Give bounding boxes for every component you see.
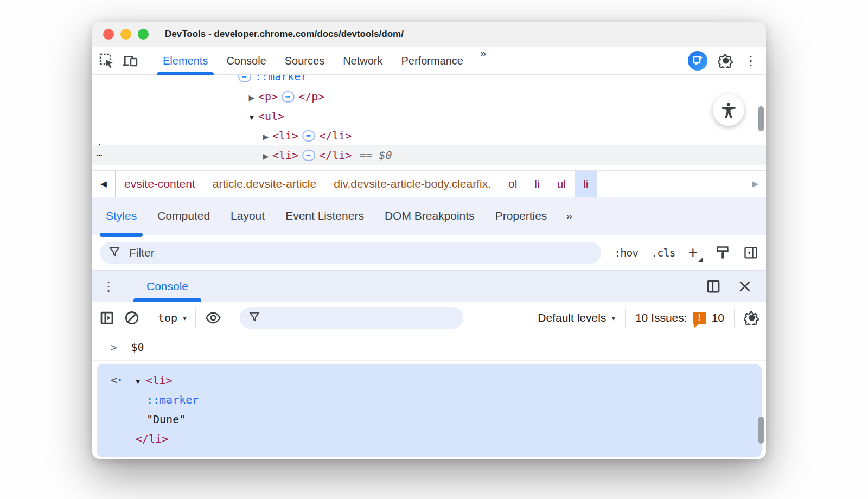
result-row-li-open[interactable]: <·▼<li>	[97, 370, 762, 390]
main-panel-tabs: Elements Console Sources Network Perform…	[154, 47, 493, 74]
clear-console-icon[interactable]	[124, 310, 140, 326]
toggle-element-state-button[interactable]: :hov	[614, 246, 638, 259]
result-row-text[interactable]: "Dune"	[97, 410, 762, 429]
drawer-tab-console[interactable]: Console	[133, 271, 201, 302]
rendering-brush-icon[interactable]	[715, 245, 730, 260]
tab-properties-label: Properties	[495, 209, 547, 222]
breadcrumb-forward-button[interactable]: ▶	[744, 171, 766, 197]
console-result-block[interactable]: <·▼<li> ::marker "Dune" </li>	[97, 364, 762, 457]
crumb-article[interactable]: article.devsite-article	[204, 171, 325, 197]
tree-row-li-1[interactable]: . ▶<li>⋯</li>	[92, 126, 766, 145]
pseudo-element-marker: ::marker	[146, 393, 199, 406]
expand-children-icon[interactable]: ⋯	[302, 150, 315, 161]
tab-network[interactable]: Network	[334, 47, 392, 74]
console-settings-gear-icon[interactable]	[744, 310, 760, 325]
tree-row-marker-clipped[interactable]: ⋯::marker	[92, 75, 766, 87]
settings-gear-icon[interactable]	[718, 53, 733, 68]
crumb-div-body[interactable]: div.devsite-article-body.clearfix.	[325, 171, 500, 197]
elements-scrollbar[interactable]	[758, 106, 764, 131]
filter-funnel-icon	[248, 311, 260, 325]
twisty-collapsed-icon[interactable]: ▶	[259, 127, 272, 146]
toolbar-divider	[625, 309, 626, 327]
new-style-rule-button[interactable]: +	[688, 245, 702, 261]
tab-styles[interactable]: Styles	[95, 197, 147, 235]
ai-assistant-icon[interactable]	[688, 51, 707, 71]
console-messages: > $0 <·▼<li> ::marker "Dune" </li>	[92, 334, 766, 459]
chevron-left-icon: ◀	[100, 179, 107, 189]
window-titlebar: DevTools - developer.chrome.com/docs/dev…	[92, 22, 766, 47]
twisty-expanded-icon[interactable]: ▼	[245, 107, 258, 127]
toggle-sidebar-icon[interactable]	[743, 245, 758, 260]
traffic-lights	[103, 29, 149, 40]
tree-row-p[interactable]: ▶<p>⋯</p>	[92, 87, 766, 106]
live-expression-eye-icon[interactable]	[205, 310, 222, 326]
device-toolbar-icon[interactable]	[122, 52, 140, 70]
styles-sidebar-tabs: Styles Computed Layout Event Listeners D…	[92, 197, 766, 235]
twisty-expanded-icon[interactable]: ▼	[134, 372, 146, 391]
console-filter-input[interactable]	[267, 314, 455, 323]
tab-console[interactable]: Console	[217, 47, 275, 74]
element-classes-button[interactable]: .cls	[651, 246, 675, 259]
active-tab-indicator	[133, 298, 201, 302]
console-sidebar-icon[interactable]	[99, 310, 115, 326]
tab-performance[interactable]: Performance	[392, 47, 473, 74]
expand-children-icon[interactable]: ⋯	[282, 91, 295, 103]
console-command-row[interactable]: > $0	[92, 334, 766, 361]
tab-computed-label: Computed	[157, 209, 210, 222]
pseudo-element-marker: ::marker	[255, 75, 307, 83]
more-tabs-icon[interactable]: »	[473, 47, 493, 74]
p-close-tag: </p>	[298, 90, 324, 103]
text-node-value: "Dune"	[146, 413, 186, 426]
crumb-li-selected[interactable]: li	[575, 171, 597, 197]
crumb-devsite-content[interactable]: evsite-content	[116, 171, 204, 197]
tab-event-listeners[interactable]: Event Listeners	[275, 197, 374, 235]
split-panel-icon[interactable]	[705, 278, 722, 295]
dollar-zero: $0	[379, 149, 392, 162]
result-row-li-close[interactable]: </li>	[97, 429, 762, 449]
styles-filter-input[interactable]	[128, 246, 592, 260]
tab-network-label: Network	[343, 55, 382, 67]
crumb-ol[interactable]: ol	[500, 171, 526, 197]
context-label: top	[158, 311, 177, 324]
tab-properties[interactable]: Properties	[485, 197, 558, 235]
tab-elements[interactable]: Elements	[154, 47, 217, 74]
styles-filter-field[interactable]	[100, 242, 601, 264]
accessibility-icon[interactable]	[713, 94, 744, 126]
tab-layout[interactable]: Layout	[220, 197, 275, 235]
tab-styles-label: Styles	[106, 209, 137, 222]
console-toolbar: top ▾ Default levels ▾	[92, 302, 766, 334]
devtools-window: DevTools - developer.chrome.com/docs/dev…	[92, 22, 766, 459]
tab-sources[interactable]: Sources	[276, 47, 334, 74]
close-drawer-icon[interactable]	[738, 279, 752, 293]
crumb-li[interactable]: li	[526, 171, 548, 197]
tree-row-li-selected[interactable]: ⋯ ▶<li>⋯</li>== $0	[92, 145, 766, 165]
zoom-window-button[interactable]	[138, 29, 149, 40]
close-window-button[interactable]	[103, 29, 114, 40]
crumb-ul[interactable]: ul	[548, 171, 575, 197]
result-row-marker[interactable]: ::marker	[97, 390, 762, 410]
expand-children-icon[interactable]: ⋯	[302, 130, 315, 142]
li-open-tag: <li>	[146, 374, 172, 387]
ul-open-tag: <ul>	[258, 110, 284, 123]
issues-counter[interactable]: 10 Issues: ! 10	[635, 311, 724, 324]
log-levels-dropdown[interactable]: Default levels ▾	[538, 311, 615, 324]
tab-computed[interactable]: Computed	[147, 197, 220, 235]
console-scrollbar[interactable]	[758, 417, 764, 444]
toolbar-divider	[195, 309, 196, 327]
inspect-element-icon[interactable]	[98, 52, 116, 70]
expand-children-icon[interactable]: ⋯	[238, 75, 251, 82]
toolbar-divider	[149, 309, 149, 327]
twisty-collapsed-icon[interactable]: ▶	[259, 146, 272, 166]
twisty-collapsed-icon[interactable]: ▶	[245, 88, 258, 107]
p-open-tag: <p>	[258, 90, 278, 103]
minimize-window-button[interactable]	[120, 29, 131, 40]
tab-dom-breakpoints[interactable]: DOM Breakpoints	[374, 197, 485, 235]
javascript-context-selector[interactable]: top ▾	[158, 311, 187, 324]
drawer-kebab-menu-icon[interactable]: ⋮	[102, 280, 115, 293]
tree-row-ul[interactable]: ▼<ul>	[92, 106, 766, 126]
kebab-menu-icon[interactable]: ⋮	[744, 54, 757, 67]
more-tabs-icon[interactable]: »	[557, 209, 580, 222]
console-filter-field[interactable]	[240, 307, 463, 329]
gutter-ellipsis[interactable]: ⋯	[97, 145, 103, 165]
breadcrumb-back-button[interactable]: ◀	[92, 171, 116, 197]
